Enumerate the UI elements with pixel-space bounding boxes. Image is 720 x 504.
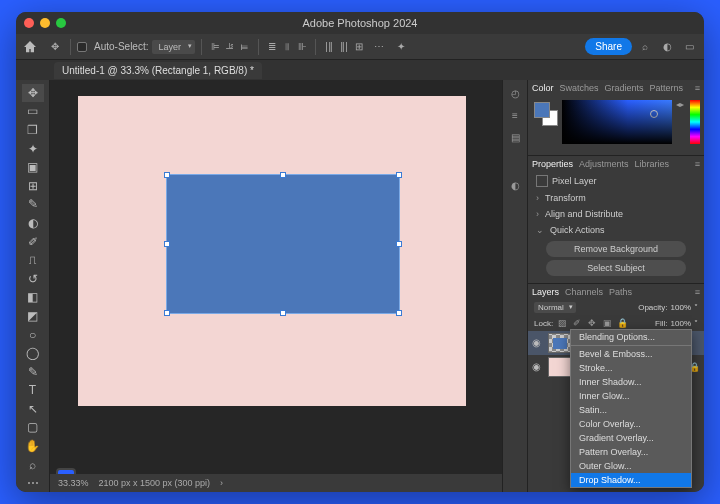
transform-section[interactable]: Transform <box>528 190 704 206</box>
handle-br[interactable] <box>396 310 402 316</box>
canvas[interactable] <box>78 96 466 406</box>
lasso-tool[interactable]: ❐ <box>22 121 44 139</box>
fg-bg-swatch[interactable] <box>534 102 558 126</box>
tab-properties[interactable]: Properties <box>532 159 573 169</box>
search-icon[interactable]: ⌕ <box>636 38 654 56</box>
panel-icon-3[interactable]: ▤ <box>507 130 523 144</box>
zoom-tool[interactable]: ⌕ <box>22 456 44 474</box>
tab-layers[interactable]: Layers <box>532 287 559 297</box>
zoom-level[interactable]: 33.33% <box>58 478 89 488</box>
hand-tool[interactable]: ✋ <box>22 437 44 455</box>
handle-ml[interactable] <box>164 241 170 247</box>
chevron-down-icon[interactable]: ˅ <box>694 303 698 312</box>
layer-dropdown[interactable]: Layer <box>152 40 195 54</box>
tab-patterns[interactable]: Patterns <box>650 83 684 93</box>
tab-paths[interactable]: Paths <box>609 287 632 297</box>
minimize-icon[interactable] <box>40 18 50 28</box>
3d-icon[interactable]: ✦ <box>392 38 410 56</box>
shape-tool[interactable]: ▢ <box>22 419 44 437</box>
opacity-value[interactable]: 100% <box>671 303 691 312</box>
history-brush-tool[interactable]: ↺ <box>22 270 44 288</box>
visibility-icon[interactable]: ◉ <box>532 337 544 349</box>
remove-bg-button[interactable]: Remove Background <box>546 241 686 257</box>
space-h-icon[interactable]: |‖ <box>322 38 336 56</box>
panel-icon-2[interactable]: ≡ <box>507 108 523 122</box>
ctx-inner-shadow[interactable]: Inner Shadow... <box>571 375 691 389</box>
ctx-satin[interactable]: Satin... <box>571 403 691 417</box>
ctx-blending-options[interactable]: Blending Options... <box>571 330 691 344</box>
align-center-icon[interactable]: ⫡ <box>223 38 237 56</box>
path-tool[interactable]: ↖ <box>22 400 44 418</box>
color-marker[interactable] <box>650 110 658 118</box>
help-icon[interactable]: ◐ <box>658 38 676 56</box>
eyedropper-tool[interactable]: ✎ <box>22 196 44 214</box>
distribute-v-icon[interactable]: ⦀ <box>280 38 294 56</box>
gradient-tool[interactable]: ◩ <box>22 307 44 325</box>
crop-tool[interactable]: ▣ <box>22 158 44 176</box>
dodge-tool[interactable]: ◯ <box>22 344 44 362</box>
handle-bm[interactable] <box>280 310 286 316</box>
eraser-tool[interactable]: ◧ <box>22 289 44 307</box>
more-icon[interactable]: ⋯ <box>370 38 388 56</box>
tab-color[interactable]: Color <box>532 83 554 93</box>
move-tool[interactable]: ✥ <box>22 84 44 102</box>
canvas-area[interactable]: 33.33% 2100 px x 1500 px (300 ppi) › <box>50 80 502 492</box>
doc-tab[interactable]: Untitled-1 @ 33.3% (Rectangle 1, RGB/8) … <box>54 62 262 79</box>
tab-gradients[interactable]: Gradients <box>605 83 644 93</box>
type-tool[interactable]: T <box>22 382 44 400</box>
tab-channels[interactable]: Channels <box>565 287 603 297</box>
hue-slider[interactable] <box>690 100 700 144</box>
handle-tr[interactable] <box>396 172 402 178</box>
blend-mode-dropdown[interactable]: Normal <box>534 302 576 313</box>
workspace-icon[interactable]: ▭ <box>680 38 698 56</box>
marquee-tool[interactable]: ▭ <box>22 103 44 121</box>
pen-tool[interactable]: ✎ <box>22 363 44 381</box>
close-icon[interactable] <box>24 18 34 28</box>
align-section[interactable]: Align and Distribute <box>528 206 704 222</box>
layer-thumb[interactable] <box>548 357 572 377</box>
align-left-icon[interactable]: ⊫ <box>208 38 222 56</box>
ctx-bevel-emboss[interactable]: Bevel & Emboss... <box>571 347 691 361</box>
distribute-icon[interactable]: ⊪ <box>295 38 309 56</box>
home-icon[interactable] <box>22 39 38 55</box>
handle-bl[interactable] <box>164 310 170 316</box>
ctx-outer-glow[interactable]: Outer Glow... <box>571 459 691 473</box>
lock-position-icon[interactable]: ✐ <box>571 317 583 329</box>
rectangle-shape[interactable] <box>166 174 400 314</box>
ctx-drop-shadow[interactable]: Drop Shadow... <box>571 473 691 487</box>
lock-pixels-icon[interactable]: ▨ <box>556 317 568 329</box>
quick-actions-section[interactable]: Quick Actions <box>528 222 704 238</box>
align-right-icon[interactable]: ⫢ <box>238 38 252 56</box>
share-button[interactable]: Share <box>585 38 632 55</box>
handle-mr[interactable] <box>396 241 402 247</box>
panel-menu-icon[interactable]: ≡ <box>695 159 700 169</box>
auto-select-checkbox[interactable] <box>77 42 87 52</box>
frame-tool[interactable]: ⊞ <box>22 177 44 195</box>
select-subject-button[interactable]: Select Subject <box>546 260 686 276</box>
status-chevron-icon[interactable]: › <box>220 478 223 488</box>
ctx-stroke[interactable]: Stroke... <box>571 361 691 375</box>
brush-tool[interactable]: ✐ <box>22 233 44 251</box>
chevron-down-icon[interactable]: ˅ <box>694 319 698 328</box>
handle-tl[interactable] <box>164 172 170 178</box>
panel-menu-icon[interactable]: ≡ <box>695 83 700 93</box>
tab-swatches[interactable]: Swatches <box>560 83 599 93</box>
lock-artboard-icon[interactable]: ✥ <box>586 317 598 329</box>
lock-all-icon[interactable]: 🔒 <box>616 317 628 329</box>
edit-toolbar[interactable]: ⋯ <box>22 474 44 492</box>
ctx-pattern-overlay[interactable]: Pattern Overlay... <box>571 445 691 459</box>
fg-color[interactable] <box>534 102 550 118</box>
panel-menu-icon[interactable]: ≡ <box>695 287 700 297</box>
blur-tool[interactable]: ○ <box>22 326 44 344</box>
visibility-icon[interactable]: ◉ <box>532 361 544 373</box>
distribute-h-icon[interactable]: ≣ <box>265 38 279 56</box>
lock-nesting-icon[interactable]: ▣ <box>601 317 613 329</box>
panel-icon-4[interactable]: ◐ <box>507 178 523 192</box>
healing-tool[interactable]: ◐ <box>22 214 44 232</box>
layer-thumb[interactable] <box>548 333 572 353</box>
space-v-icon[interactable]: ‖| <box>337 38 351 56</box>
ctx-color-overlay[interactable]: Color Overlay... <box>571 417 691 431</box>
ctx-gradient-overlay[interactable]: Gradient Overlay... <box>571 431 691 445</box>
ctx-inner-glow[interactable]: Inner Glow... <box>571 389 691 403</box>
color-field[interactable] <box>562 100 672 144</box>
